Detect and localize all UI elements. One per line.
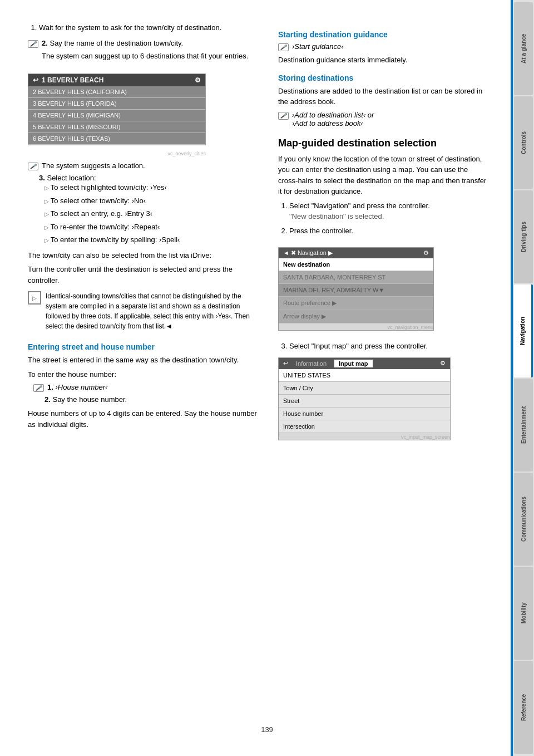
system-suggests-text: The system suggests a location.	[42, 161, 145, 170]
input-row-street[interactable]: Street	[279, 395, 450, 408]
store-cmd1: ›Add to destination list‹ or	[292, 111, 490, 119]
nav-screen-watermark: vc_navigation_menu	[279, 325, 433, 330]
input-map-screen: ↩ Information Input map ⚙ UNITED STATES …	[278, 357, 451, 440]
destination-list-screen: ↩ 1 BEVERLY BEACH ⚙ 2 BEVERLY HILLS (CAL…	[28, 73, 206, 145]
list-item-california: 2 BEVERLY HILLS (CALIFORNIA)	[28, 86, 205, 98]
house-step2-label: 2.	[44, 395, 51, 404]
right-column: Starting destination guidance 🎤 ›Start g…	[278, 22, 490, 734]
starting-para: Destination guidance starts immediately.	[278, 55, 490, 66]
map-step-1: Select "Navigation" and press the contro…	[289, 200, 490, 222]
nav-settings-icon: ⚙	[423, 249, 429, 257]
bullet-list: To select highlighted town/city: ›Yes‹ T…	[44, 182, 261, 246]
entering-para: The street is entered in the same way as…	[28, 355, 261, 366]
nav-row-arrow[interactable]: Arrow display ▶	[279, 310, 433, 323]
step-1-text: Wait for the system to ask for the town/…	[39, 23, 221, 32]
house-step1-cmd: ›House number‹	[55, 383, 107, 391]
input-row-city[interactable]: Town / City	[279, 382, 450, 395]
step-1: Wait for the system to ask for the town/…	[39, 22, 261, 33]
para-idrive-1: The town/city can also be selected from …	[28, 250, 261, 261]
nav-screen-header: ◄ ✖ Navigation ▶ ⚙	[279, 248, 433, 258]
entering-heading: Entering street and house number	[28, 342, 261, 351]
navigation-screen: ◄ ✖ Navigation ▶ ⚙ New destination SANTA…	[278, 247, 434, 331]
left-column: Wait for the system to ask for the town/…	[28, 22, 261, 734]
voice-icon-house: 🎤	[33, 384, 44, 392]
list-item-michigan: 4 BEVERLY HILLS (MICHIGAN)	[28, 110, 205, 121]
input-row-intersection[interactable]: Intersection	[279, 420, 450, 433]
nav-row-route[interactable]: Route preference ▶	[279, 297, 433, 310]
step-3-block: 3. Select location:	[39, 174, 261, 182]
bullet-repeat: To re-enter the town/city: ›Repeat‹	[44, 222, 261, 233]
info-tab[interactable]: Information	[291, 360, 331, 367]
map-step-2: Press the controller.	[289, 225, 490, 237]
note-block: ▷ Identical-sounding towns/cities that c…	[28, 291, 261, 335]
bullet-entry: To select an entry, e.g. ›Entry 3‹	[44, 208, 261, 219]
voice-icon-start: 🎤	[278, 43, 289, 51]
step-2-number: 2.	[42, 39, 48, 47]
settings-icon: ⚙	[195, 76, 201, 84]
step-2-text: Say the name of the destination town/cit…	[50, 39, 183, 47]
house-step1-label: 1.	[47, 383, 53, 391]
step-3-label: 3.	[39, 174, 45, 182]
list-item-missouri: 5 BEVERLY HILLS (MISSOURI)	[28, 121, 205, 133]
voice-icon-store: 🎤	[278, 112, 289, 120]
screen-header: ↩ 1 BEVERLY BEACH ⚙	[28, 74, 205, 86]
mapguided-para: If you only know the location of the tow…	[278, 154, 490, 197]
back-arrow-icon: ↩	[33, 76, 38, 84]
input-screen-watermark: vc_input_map_screen	[279, 434, 450, 440]
starting-heading: Starting destination guidance	[278, 30, 490, 39]
input-settings-icon: ⚙	[440, 360, 446, 367]
input-row-country[interactable]: UNITED STATES	[279, 369, 450, 382]
house-step2-block: 2. Say the house number.	[44, 395, 261, 404]
step-3-text: Select location:	[47, 174, 96, 182]
house-step2-text: Say the house number.	[52, 395, 127, 404]
voice-icon-step2: 🎤	[28, 40, 38, 48]
sidebar-tab-entertainment[interactable]: Entertainment	[514, 379, 533, 472]
sidebar-tab-mobility[interactable]: Mobility	[514, 567, 533, 660]
bullet-no: To select other town/city: ›No‹	[44, 195, 261, 207]
mapguided-heading: Map-guided destination selection	[278, 138, 490, 149]
sidebar-tab-navigation[interactable]: Navigation	[514, 284, 533, 377]
input-back-icon: ↩	[283, 360, 288, 367]
nav-row-santa-barbara[interactable]: SANTA BARBARA, MONTERREY ST	[279, 271, 433, 284]
para-idrive-2: Turn the controller until the destinatio…	[28, 264, 261, 286]
map-step-3: Select "Input map" and press the control…	[289, 341, 490, 352]
storing-para: Destinations are added to the destinatio…	[278, 86, 490, 107]
bullet-spell: To enter the town/city by spelling: ›Spe…	[44, 234, 261, 246]
entering-house-label: To enter the house number:	[28, 369, 261, 380]
sidebar-tabs: At a glance Controls Driving tips Naviga…	[513, 0, 534, 756]
sidebar-tab-communications[interactable]: Communications	[514, 473, 533, 566]
list-item-florida: 3 BEVERLY HILLS (FLORIDA)	[28, 98, 205, 110]
watermark: vc_beverly_cities	[28, 151, 206, 156]
start-guidance-cmd: ›Start guidance‹	[292, 42, 344, 51]
sidebar-tab-controls[interactable]: Controls	[514, 96, 533, 189]
sidebar-tab-reference[interactable]: Reference	[514, 661, 533, 754]
house-note: House numbers of up to 4 digits can be e…	[28, 408, 261, 430]
voice-icon-suggests: 🎤	[28, 163, 38, 170]
screen-selected-item: 1 BEVERLY BEACH	[42, 76, 103, 84]
nav-header-text: ◄ ✖ Navigation ▶	[283, 249, 333, 257]
note-text: Identical-sounding towns/cities that can…	[46, 291, 261, 331]
note-icon: ▷	[28, 291, 41, 305]
bullet-yes: To select highlighted town/city: ›Yes‹	[44, 182, 261, 193]
sidebar-tab-at-a-glance[interactable]: At a glance	[514, 2, 533, 95]
nav-row-marina[interactable]: MARINA DEL REY, ADMIRALTY W▼	[279, 284, 433, 297]
store-cmd2: ›Add to address book‹	[292, 119, 490, 127]
map-step-1-note: "New destination" is selected.	[289, 212, 384, 220]
page-number: 139	[261, 725, 273, 734]
input-map-tab[interactable]: Input map	[334, 360, 373, 367]
step-2-note: The system can suggest up to 6 destinati…	[42, 51, 261, 62]
list-item-texas: 6 BEVERLY HILLS (TEXAS)	[28, 133, 205, 145]
storing-heading: Storing destinations	[278, 73, 490, 82]
nav-row-new-dest[interactable]: New destination	[279, 258, 433, 271]
input-row-house[interactable]: House number	[279, 408, 450, 420]
sidebar-tab-driving-tips[interactable]: Driving tips	[514, 190, 533, 283]
input-screen-header: ↩ Information Input map ⚙	[279, 358, 450, 369]
